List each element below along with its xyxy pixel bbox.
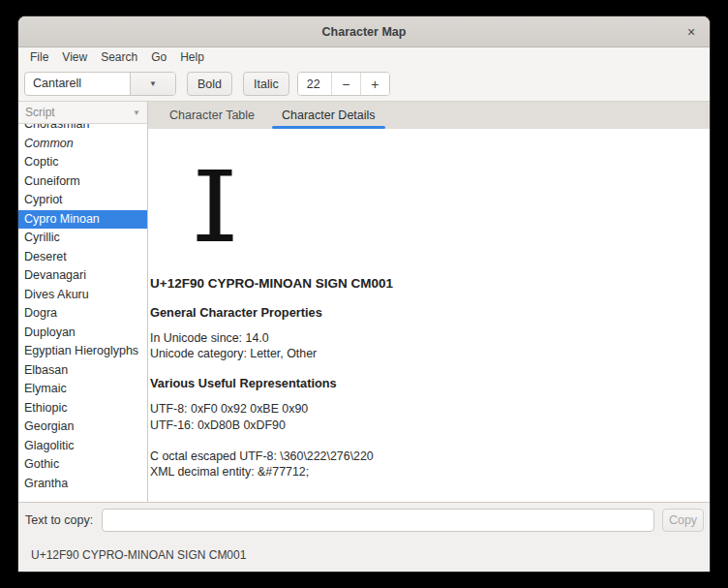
script-item-grantha[interactable]: Grantha <box>18 475 147 494</box>
font-name-value: Cantarell <box>25 73 130 95</box>
font-size-spinner: 22 − + <box>297 72 390 96</box>
menubar: FileViewSearchGoHelp <box>18 47 710 67</box>
detail-line: XML decimal entity: &#77712; <box>150 464 710 480</box>
script-list-items: ChorasmianCommonCopticCuneiformCypriotCy… <box>18 124 147 493</box>
script-item-coptic[interactable]: Coptic <box>18 153 147 172</box>
text-to-copy-label: Text to copy: <box>24 513 93 527</box>
chevron-down-icon[interactable]: ▼ <box>130 73 175 95</box>
menu-item-search[interactable]: Search <box>94 48 144 66</box>
tab-character-details[interactable]: Character Details <box>272 102 385 129</box>
menu-item-help[interactable]: Help <box>173 48 211 66</box>
menu-item-go[interactable]: Go <box>144 48 173 66</box>
script-item-cyrillic[interactable]: Cyrillic <box>18 229 147 248</box>
script-item-chorasmian[interactable]: Chorasmian <box>18 124 147 135</box>
script-item-ethiopic[interactable]: Ethiopic <box>18 399 147 418</box>
script-item-gothic[interactable]: Gothic <box>18 455 147 475</box>
increase-size-button[interactable]: + <box>360 73 389 95</box>
detail-line <box>150 433 710 449</box>
script-column-header[interactable]: Script ▼ <box>18 102 147 124</box>
font-family-dropdown[interactable]: Cantarell ▼ <box>24 72 176 96</box>
script-item-cypriot[interactable]: Cypriot <box>18 191 147 210</box>
character-details-pane: U+12F90 CYPRO-MINOAN SIGN CM001 General … <box>148 129 710 502</box>
script-item-duployan[interactable]: Duployan <box>18 324 147 343</box>
window-title: Character Map <box>322 25 407 39</box>
main-area: Script ▼ ChorasmianCommonCopticCuneiform… <box>18 102 710 502</box>
script-item-elymaic[interactable]: Elymaic <box>18 380 147 399</box>
script-sidebar: Script ▼ ChorasmianCommonCopticCuneiform… <box>18 102 148 502</box>
close-icon[interactable]: × <box>681 21 702 43</box>
text-to-copy-input[interactable] <box>102 509 654 532</box>
large-character-glyph <box>197 170 233 241</box>
script-header-label: Script <box>25 106 55 119</box>
detail-line: In Unicode since: 14.0 <box>150 330 710 346</box>
status-text: U+12F90 CYPRO-MINOAN SIGN CM001 <box>31 548 246 562</box>
character-map-window: Character Map × FileViewSearchGoHelp Can… <box>17 15 711 573</box>
decrease-size-button[interactable]: − <box>331 73 360 95</box>
script-item-egyptian-hieroglyphs[interactable]: Egyptian Hieroglyphs <box>18 342 147 361</box>
toolbar: Cantarell ▼ Bold Italic 22 − + <box>18 67 710 102</box>
statusbar: U+12F90 CYPRO-MINOAN SIGN CM001 <box>18 537 710 572</box>
section-lines: UTF-8: 0xF0 0x92 0xBE 0x90UTF-16: 0xD80B… <box>150 401 710 480</box>
menu-item-view[interactable]: View <box>55 48 94 66</box>
italic-button[interactable]: Italic <box>243 72 289 96</box>
tab-character-table[interactable]: Character Table <box>160 102 264 129</box>
script-item-dives-akuru[interactable]: Dives Akuru <box>18 286 147 305</box>
script-item-dogra[interactable]: Dogra <box>18 304 147 324</box>
details-sections: General Character PropertiesIn Unicode s… <box>150 305 710 480</box>
bold-button[interactable]: Bold <box>187 72 232 96</box>
font-size-value[interactable]: 22 <box>298 73 331 95</box>
script-item-elbasan[interactable]: Elbasan <box>18 361 147 381</box>
script-item-georgian[interactable]: Georgian <box>18 418 147 437</box>
script-item-glagolitic[interactable]: Glagolitic <box>18 437 147 456</box>
content-area: Character TableCharacter Details U+12F90… <box>148 102 710 502</box>
sort-arrow-icon: ▼ <box>133 108 140 117</box>
script-item-deseret[interactable]: Deseret <box>18 248 147 267</box>
detail-line: UTF-8: 0xF0 0x92 0xBE 0x90 <box>150 401 710 417</box>
tabbar: Character TableCharacter Details <box>148 102 710 129</box>
section-title: General Character Properties <box>150 305 710 320</box>
section-lines: In Unicode since: 14.0Unicode category: … <box>150 330 710 361</box>
script-item-devanagari[interactable]: Devanagari <box>18 266 147 286</box>
copy-bar: Text to copy: Copy <box>18 502 710 537</box>
script-item-common[interactable]: Common <box>18 135 147 154</box>
character-heading: U+12F90 CYPRO-MINOAN SIGN CM001 <box>150 276 710 291</box>
script-item-cypro-minoan[interactable]: Cypro Minoan <box>18 210 147 230</box>
menu-item-file[interactable]: File <box>23 48 55 66</box>
detail-line: Unicode category: Letter, Other <box>150 346 710 361</box>
script-list: ChorasmianCommonCopticCuneiformCypriotCy… <box>18 124 147 502</box>
script-item-cuneiform[interactable]: Cuneiform <box>18 172 147 192</box>
detail-line: UTF-16: 0xD80B 0xDF90 <box>150 418 710 433</box>
titlebar[interactable]: Character Map × <box>18 16 710 47</box>
detail-line: C octal escaped UTF-8: \360\222\276\220 <box>150 449 710 464</box>
copy-button[interactable]: Copy <box>662 509 704 532</box>
section-title: Various Useful Representations <box>150 376 710 390</box>
